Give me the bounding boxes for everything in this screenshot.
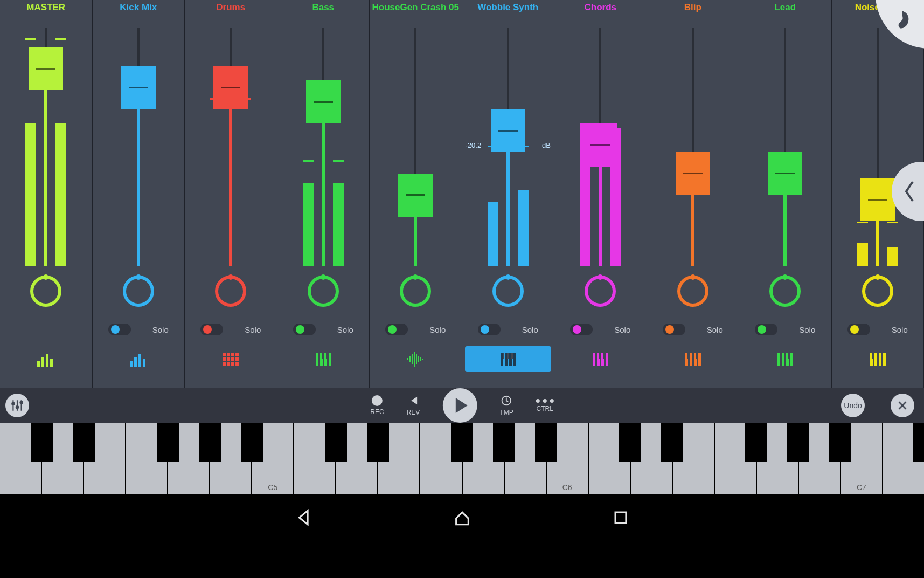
levels-button[interactable] (5, 394, 29, 417)
svg-point-73 (782, 274, 788, 280)
volume-fader[interactable] (832, 28, 924, 266)
pan-knob[interactable] (305, 273, 342, 309)
mute-toggle[interactable] (570, 324, 593, 335)
black-key[interactable] (829, 423, 851, 462)
svg-rect-77 (790, 353, 793, 366)
key-label: C5 (268, 483, 277, 492)
svg-rect-20 (231, 353, 234, 356)
solo-button[interactable]: Solo (799, 325, 815, 334)
black-key[interactable] (619, 423, 641, 462)
rewind-button[interactable]: REV (407, 395, 420, 416)
pan-knob[interactable] (27, 273, 64, 309)
pan-knob[interactable] (397, 273, 434, 309)
svg-point-93 (12, 403, 14, 405)
mute-toggle[interactable] (108, 324, 131, 335)
recents-button[interactable] (612, 508, 630, 529)
svg-point-13 (228, 274, 233, 280)
channel-select-button[interactable] (650, 346, 736, 372)
channel-select-button[interactable] (3, 346, 89, 372)
black-key[interactable] (73, 423, 95, 462)
channel-select-button[interactable] (372, 346, 458, 372)
instrument-icon (498, 350, 518, 368)
mute-toggle[interactable] (755, 324, 777, 335)
black-key[interactable] (745, 423, 767, 462)
channel-select-button[interactable] (742, 346, 828, 372)
svg-rect-69 (687, 353, 689, 359)
black-key[interactable] (241, 423, 263, 462)
pan-knob[interactable] (675, 273, 711, 309)
mixer-channel-drums: DrumsSolo (185, 0, 277, 388)
solo-button[interactable]: Solo (614, 325, 630, 334)
solo-button[interactable]: Solo (707, 325, 723, 334)
black-key[interactable] (157, 423, 179, 462)
solo-button[interactable]: Solo (522, 325, 538, 334)
record-button[interactable]: REC (370, 395, 384, 416)
black-key[interactable] (535, 423, 557, 462)
instrument-icon (221, 350, 240, 368)
pan-knob[interactable] (767, 273, 803, 309)
volume-fader[interactable] (185, 28, 277, 266)
svg-rect-60 (595, 353, 596, 359)
solo-button[interactable]: Solo (245, 325, 261, 334)
pan-knob[interactable] (582, 273, 619, 309)
back-button[interactable] (295, 508, 313, 529)
mute-toggle[interactable] (200, 324, 223, 335)
black-key[interactable] (31, 423, 53, 462)
volume-fader[interactable]: -20.2dB (462, 28, 554, 266)
svg-rect-17 (227, 353, 230, 356)
mute-toggle[interactable] (847, 324, 870, 335)
channel-select-button[interactable] (95, 346, 182, 372)
svg-rect-22 (231, 362, 234, 366)
channel-select-button[interactable] (187, 346, 274, 372)
black-key[interactable] (451, 423, 473, 462)
volume-fader[interactable] (0, 28, 92, 266)
close-button[interactable] (891, 394, 914, 417)
black-key[interactable] (325, 423, 347, 462)
pan-knob[interactable] (120, 273, 157, 309)
channel-select-button[interactable] (835, 346, 921, 372)
volume-fader[interactable] (739, 28, 831, 266)
volume-fader[interactable] (277, 28, 370, 266)
solo-button[interactable]: Solo (152, 325, 169, 334)
svg-rect-62 (603, 353, 605, 359)
undo-button[interactable]: Undo (841, 394, 865, 417)
solo-button[interactable]: Solo (892, 325, 908, 334)
channel-name: HouseGen Crash 05 (370, 2, 462, 13)
channel-name: MASTER (0, 2, 92, 13)
transport-bar: REC REV TMP CTRL Undo (0, 388, 924, 423)
black-key[interactable] (913, 423, 924, 462)
volume-fader[interactable] (647, 28, 739, 266)
volume-fader[interactable] (93, 28, 185, 266)
volume-fader[interactable] (554, 28, 647, 266)
pan-knob[interactable] (212, 273, 249, 309)
volume-fader[interactable] (370, 28, 462, 266)
solo-button[interactable]: Solo (429, 325, 446, 334)
black-key[interactable] (367, 423, 389, 462)
channel-select-button[interactable] (465, 346, 551, 372)
mute-toggle[interactable] (293, 324, 316, 335)
control-menu-button[interactable]: CTRL (536, 399, 554, 412)
svg-rect-68 (698, 353, 701, 366)
black-key[interactable] (787, 423, 809, 462)
instrument-icon (775, 350, 795, 368)
black-key[interactable] (493, 423, 515, 462)
mute-toggle[interactable] (663, 324, 685, 335)
solo-button[interactable]: Solo (337, 325, 353, 334)
black-key[interactable] (661, 423, 683, 462)
play-button[interactable] (442, 388, 477, 423)
instrument-icon (314, 350, 333, 368)
svg-rect-31 (329, 353, 331, 366)
svg-point-82 (875, 274, 880, 280)
pan-knob[interactable] (490, 273, 526, 309)
svg-rect-86 (883, 353, 886, 366)
home-button[interactable] (453, 508, 471, 529)
tempo-button[interactable]: TMP (499, 395, 513, 416)
mixer-channel-wobble: Wobble Synth-20.2dBSolo (462, 0, 555, 388)
mute-toggle[interactable] (478, 324, 501, 335)
pan-knob[interactable] (859, 273, 896, 309)
channel-select-button[interactable] (557, 346, 643, 372)
channel-select-button[interactable] (280, 346, 366, 372)
android-navbar (0, 494, 924, 543)
mute-toggle[interactable] (385, 324, 408, 335)
black-key[interactable] (199, 423, 221, 462)
